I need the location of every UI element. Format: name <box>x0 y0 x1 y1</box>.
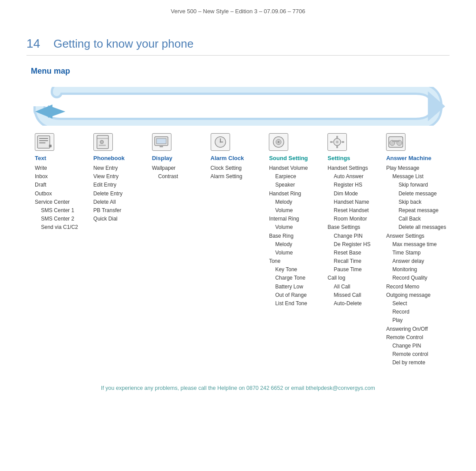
svg-rect-27 <box>342 141 344 143</box>
menu-item: Play Message <box>386 164 441 172</box>
menu-item: Remote control <box>386 350 441 359</box>
svg-rect-13 <box>156 138 166 144</box>
menu-item: Record <box>386 308 441 316</box>
svg-rect-3 <box>37 136 50 148</box>
menu-item: Reset Base <box>327 249 383 257</box>
menu-item: Delete Entry <box>93 190 149 198</box>
display-icon-area <box>152 131 207 153</box>
chapter-header: 14 Getting to know your phone <box>26 37 450 51</box>
menu-item: Inbox <box>35 172 90 181</box>
settings-icon <box>327 133 347 151</box>
menu-column-display: DisplayWallpaperContrast <box>150 131 209 367</box>
alarm-clock-heading: Alarm Clock <box>211 155 266 161</box>
phonebook-heading: Phonebook <box>93 155 149 161</box>
menu-item: Base Settings <box>327 223 383 232</box>
alarm-clock-icon <box>211 133 230 151</box>
menu-item: Pause Time <box>327 265 383 274</box>
menu-item: Volume <box>269 249 324 257</box>
menu-item: Reset Handset <box>327 206 383 215</box>
menu-item: Handset Ring <box>269 190 324 198</box>
sound-setting-icon <box>269 133 288 151</box>
menu-item: Repeat message <box>386 206 441 215</box>
menu-item: Call Back <box>386 215 441 223</box>
menu-item: Wallpaper <box>152 164 207 172</box>
svg-rect-7 <box>49 145 52 147</box>
menu-item: Melody <box>269 198 324 206</box>
menu-item: Auto Answer <box>327 172 383 181</box>
display-icon <box>152 133 171 151</box>
menu-item: Record Quality <box>386 274 441 282</box>
menu-item: Volume <box>269 206 324 215</box>
menu-item: Message List <box>386 172 441 181</box>
menu-item: Quick Dial <box>93 215 149 223</box>
svg-rect-5 <box>39 140 48 141</box>
sound-setting-icon-area <box>269 131 324 153</box>
arrow-track <box>31 87 445 127</box>
menu-item: Service Center <box>35 198 90 206</box>
svg-point-18 <box>219 142 221 143</box>
section-title: Menu map <box>31 67 450 76</box>
menu-item: Speaker <box>269 181 324 189</box>
menu-item: Answer delay <box>386 257 441 265</box>
menu-item: Monitoring <box>386 265 441 274</box>
phonebook-icon <box>93 133 113 151</box>
answer-machine-icon <box>386 133 405 151</box>
settings-heading: Settings <box>327 155 383 161</box>
menu-item: SMS Center 2 <box>35 215 90 223</box>
text-icon-area <box>35 131 90 153</box>
alarm-clock-icon-area <box>211 131 266 153</box>
answer-machine-icon-area <box>386 131 441 153</box>
menu-item: Recall Time <box>327 257 383 265</box>
menu-item: De Register HS <box>327 240 383 249</box>
svg-rect-26 <box>330 141 333 143</box>
display-heading: Display <box>152 155 207 161</box>
menu-item: Battery Low <box>269 283 324 291</box>
answer-machine-heading: Answer Machine <box>386 155 441 161</box>
menu-item: Charge Tone <box>269 274 324 282</box>
svg-rect-4 <box>39 138 48 139</box>
menu-item: Select <box>386 299 441 308</box>
menu-column-sound-setting: Sound SettingHandset VolumeEarpieceSpeak… <box>267 131 326 367</box>
menu-item: Melody <box>269 240 324 249</box>
chapter-number: 14 <box>26 37 40 51</box>
menu-item: Remote Control <box>386 333 441 342</box>
menu-item: Write <box>35 164 90 172</box>
menu-column-settings: SettingsHandset SettingsAuto AnswerRegis… <box>326 131 384 367</box>
content-area: 14 Getting to know your phone Menu map T… <box>0 19 476 404</box>
menu-item: Del by remote <box>386 359 441 367</box>
menu-item: Record Memo <box>386 283 441 291</box>
menu-item: Call log <box>327 274 383 282</box>
menu-item: List End Tone <box>269 299 324 308</box>
sound-setting-heading: Sound Setting <box>269 155 324 161</box>
text-icon <box>35 133 54 151</box>
phonebook-icon-area <box>93 131 149 153</box>
svg-rect-24 <box>336 136 338 138</box>
menu-item: Handset Name <box>327 198 383 206</box>
chapter-title: Getting to know your phone <box>53 37 193 51</box>
menu-item: Draft <box>35 181 90 189</box>
menu-item: All Call <box>327 283 383 291</box>
page-header: Verve 500 – New Style – Edition 3 – 07.0… <box>0 0 476 19</box>
menu-item: Contrast <box>152 172 207 181</box>
menu-item: Internal Ring <box>269 215 324 223</box>
svg-point-21 <box>278 141 279 143</box>
menu-item: Answer Settings <box>386 232 441 240</box>
menu-column-answer-machine: Answer MachinePlay MessageMessage ListSk… <box>384 131 443 367</box>
menu-column-phonebook: PhonebookNew EntryView EntryEdit EntryDe… <box>92 131 150 367</box>
svg-rect-6 <box>39 142 45 143</box>
menu-item: Out of Range <box>269 291 324 299</box>
svg-point-10 <box>100 140 104 144</box>
svg-rect-25 <box>336 146 338 148</box>
menu-item: Play <box>386 316 441 325</box>
menu-item: Answering On/Off <box>386 325 441 333</box>
menu-item: PB Transfer <box>93 206 149 215</box>
menu-item: Register HS <box>327 181 383 189</box>
menu-item: Tone <box>269 257 324 265</box>
menu-item: Max message time <box>386 240 441 249</box>
menu-item: Outgoing message <box>386 291 441 299</box>
menu-item: View Entry <box>93 172 149 181</box>
menu-item: Outbox <box>35 190 90 198</box>
menu-column-alarm-clock: Alarm ClockClock SettingAlarm Setting <box>209 131 268 367</box>
footer-note: If you experience any problems, please c… <box>26 381 450 391</box>
menu-item: Skip forward <box>386 181 441 189</box>
